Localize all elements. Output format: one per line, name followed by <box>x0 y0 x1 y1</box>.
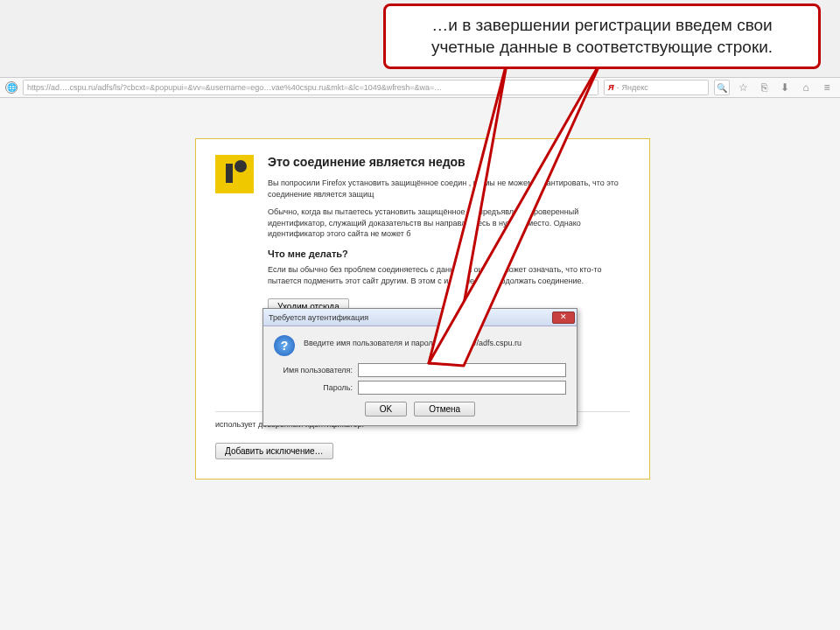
warning-icon <box>215 155 254 193</box>
warning-p1: Вы попросили Firefox установить защищённ… <box>268 178 630 200</box>
home-icon[interactable]: ⌂ <box>798 80 814 95</box>
dialog-titlebar: Требуется аутентификация ✕ <box>263 309 577 326</box>
menu-icon[interactable]: ≡ <box>819 80 835 95</box>
instruction-callout: …и в завершении регистрации введем свои … <box>383 4 821 69</box>
search-placeholder: Яндекс <box>622 83 648 92</box>
password-input[interactable] <box>358 381 566 395</box>
callout-text: …и в завершении регистрации введем свои … <box>431 16 773 56</box>
username-input[interactable] <box>358 363 566 377</box>
close-icon[interactable]: ✕ <box>552 312 575 324</box>
download-icon[interactable]: ⬇ <box>777 80 793 95</box>
warning-p3: Если вы обычно без проблем соединяетесь … <box>268 264 630 286</box>
password-label: Пароль: <box>274 383 353 392</box>
dialog-title-text: Требуется аутентификация <box>269 313 368 322</box>
browser-toolbar: 🌐 https://ad….cspu.ru/adfs/ls/?cbcxt=&po… <box>0 77 840 98</box>
ok-button[interactable]: OK <box>365 402 407 416</box>
search-box[interactable]: Я - Яндекс <box>604 80 709 95</box>
sidebar-icon[interactable]: ⎘ <box>756 80 772 95</box>
auth-dialog: Требуется аутентификация ✕ ? Введите имя… <box>262 308 578 426</box>
url-text: https://ad….cspu.ru/adfs/ls/?cbcxt=&popu… <box>27 83 442 92</box>
warning-title: Это соединение является недов <box>268 155 630 169</box>
warning-question: Что мне делать? <box>268 248 630 259</box>
globe-icon: 🌐 <box>5 81 18 94</box>
question-icon: ? <box>274 335 295 356</box>
username-label: Имя пользователя: <box>274 366 353 374</box>
star-icon[interactable]: ☆ <box>735 80 751 95</box>
url-bar[interactable]: https://ad….cspu.ru/adfs/ls/?cbcxt=&popu… <box>23 80 598 95</box>
yandex-icon: Я <box>608 83 614 92</box>
search-icon[interactable]: 🔍 <box>714 80 730 95</box>
add-exception-button[interactable]: Добавить исключение… <box>215 443 333 459</box>
cancel-button[interactable]: Отмена <box>414 402 475 416</box>
warning-p2: Обычно, когда вы пытаетесь установить за… <box>268 206 630 240</box>
dialog-message: Введите имя пользователя и пароль для ht… <box>304 335 522 347</box>
